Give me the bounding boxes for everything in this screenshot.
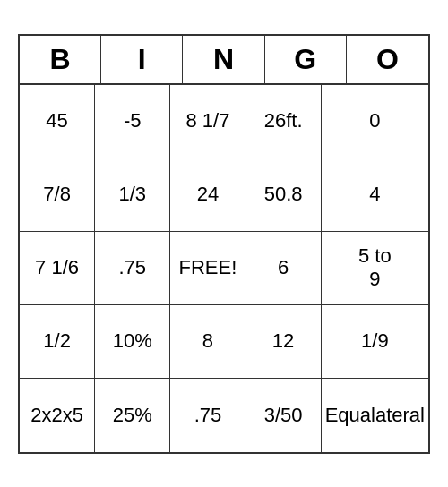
bingo-cell-4: 0 [322, 85, 428, 158]
header-o: O [347, 36, 428, 83]
bingo-cell-13: 6 [246, 232, 322, 305]
bingo-cell-5: 7/8 [20, 158, 95, 232]
bingo-cell-18: 12 [246, 305, 322, 379]
bingo-cell-3: 26ft. [246, 85, 322, 158]
header-i: I [101, 36, 183, 83]
bingo-cell-12: FREE! [170, 232, 246, 305]
header-b: B [20, 36, 101, 83]
bingo-cell-9: 4 [322, 158, 428, 232]
bingo-cell-22: .75 [170, 379, 246, 452]
bingo-cell-23: 3/50 [246, 379, 322, 452]
bingo-cell-2: 8 1/7 [170, 85, 246, 158]
bingo-cell-16: 10% [95, 305, 170, 379]
bingo-cell-10: 7 1/6 [20, 232, 95, 305]
bingo-cell-11: .75 [95, 232, 170, 305]
bingo-cell-17: 8 [170, 305, 246, 379]
bingo-body: 45-58 1/726ft.07/81/32450.847 1/6.75FREE… [20, 85, 428, 452]
header-g: G [265, 36, 347, 83]
bingo-cell-15: 1/2 [20, 305, 95, 379]
bingo-cell-24: Equalateral [322, 379, 428, 452]
bingo-cell-0: 45 [20, 85, 95, 158]
bingo-cell-21: 25% [95, 379, 170, 452]
bingo-cell-20: 2x2x5 [20, 379, 95, 452]
bingo-cell-7: 24 [170, 158, 246, 232]
bingo-cell-1: -5 [95, 85, 170, 158]
bingo-cell-8: 50.8 [246, 158, 322, 232]
header-n: N [183, 36, 264, 83]
bingo-card: B I N G O 45-58 1/726ft.07/81/32450.847 … [18, 34, 430, 454]
bingo-cell-14: 5 to 9 [322, 232, 428, 305]
bingo-header: B I N G O [20, 36, 428, 85]
bingo-cell-19: 1/9 [322, 305, 428, 379]
bingo-cell-6: 1/3 [95, 158, 170, 232]
